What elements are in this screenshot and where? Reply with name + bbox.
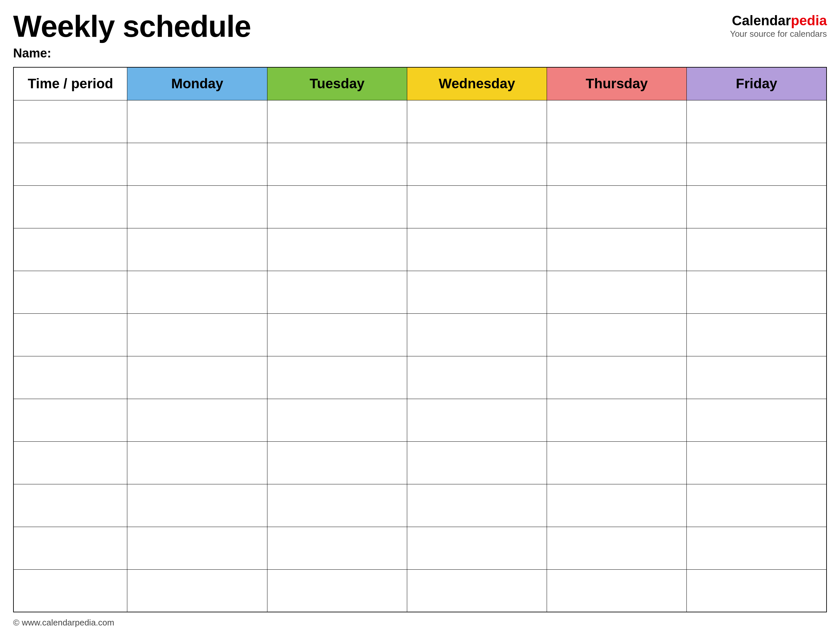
- table-cell[interactable]: [267, 527, 407, 569]
- table-cell[interactable]: [407, 143, 547, 185]
- title-area: Weekly schedule Name:: [13, 10, 730, 60]
- table-cell[interactable]: [687, 313, 827, 356]
- table-cell[interactable]: [267, 143, 407, 185]
- table-cell[interactable]: [13, 441, 127, 484]
- table-cell[interactable]: [407, 313, 547, 356]
- table-cell[interactable]: [127, 271, 267, 313]
- table-cell[interactable]: [127, 228, 267, 271]
- table-row: [13, 399, 827, 441]
- table-cell[interactable]: [13, 399, 127, 441]
- table-cell[interactable]: [13, 569, 127, 612]
- table-cell[interactable]: [407, 228, 547, 271]
- table-cell[interactable]: [547, 569, 687, 612]
- header-cell-time---period: Time / period: [13, 67, 127, 100]
- logo-text: Calendarpedia: [730, 13, 827, 28]
- name-label: Name:: [13, 46, 730, 60]
- table-cell[interactable]: [407, 527, 547, 569]
- table-cell[interactable]: [687, 484, 827, 527]
- table-cell[interactable]: [127, 484, 267, 527]
- footer-url: © www.calendarpedia.com: [13, 618, 114, 628]
- table-cell[interactable]: [687, 100, 827, 143]
- table-row: [13, 185, 827, 228]
- table-cell[interactable]: [407, 569, 547, 612]
- table-cell[interactable]: [127, 100, 267, 143]
- table-cell[interactable]: [687, 527, 827, 569]
- table-cell[interactable]: [547, 399, 687, 441]
- table-cell[interactable]: [407, 356, 547, 399]
- table-row: [13, 569, 827, 612]
- header-cell-tuesday: Tuesday: [267, 67, 407, 100]
- table-cell[interactable]: [687, 569, 827, 612]
- page-title: Weekly schedule: [13, 10, 730, 43]
- table-cell[interactable]: [687, 228, 827, 271]
- table-cell[interactable]: [267, 356, 407, 399]
- table-row: [13, 313, 827, 356]
- table-cell[interactable]: [127, 185, 267, 228]
- table-cell[interactable]: [407, 484, 547, 527]
- table-cell[interactable]: [267, 484, 407, 527]
- table-row: [13, 143, 827, 185]
- table-cell[interactable]: [407, 441, 547, 484]
- header: Weekly schedule Name: Calendarpedia Your…: [13, 10, 827, 60]
- table-cell[interactable]: [547, 271, 687, 313]
- table-cell[interactable]: [267, 569, 407, 612]
- table-cell[interactable]: [13, 484, 127, 527]
- table-cell[interactable]: [267, 228, 407, 271]
- table-cell[interactable]: [127, 356, 267, 399]
- table-cell[interactable]: [13, 313, 127, 356]
- table-cell[interactable]: [547, 228, 687, 271]
- logo-calendar: Calendar: [732, 13, 791, 28]
- table-cell[interactable]: [13, 100, 127, 143]
- table-row: [13, 100, 827, 143]
- table-cell[interactable]: [687, 271, 827, 313]
- table-row: [13, 484, 827, 527]
- table-cell[interactable]: [547, 527, 687, 569]
- table-cell[interactable]: [267, 185, 407, 228]
- table-cell[interactable]: [687, 185, 827, 228]
- table-cell[interactable]: [407, 185, 547, 228]
- table-cell[interactable]: [127, 527, 267, 569]
- table-cell[interactable]: [547, 185, 687, 228]
- header-cell-thursday: Thursday: [547, 67, 687, 100]
- table-cell[interactable]: [547, 356, 687, 399]
- table-cell[interactable]: [267, 100, 407, 143]
- table-cell[interactable]: [13, 271, 127, 313]
- table-cell[interactable]: [407, 399, 547, 441]
- table-row: [13, 527, 827, 569]
- table-cell[interactable]: [267, 313, 407, 356]
- table-cell[interactable]: [127, 143, 267, 185]
- table-row: [13, 271, 827, 313]
- logo-area: Calendarpedia Your source for calendars: [730, 10, 827, 39]
- table-cell[interactable]: [267, 271, 407, 313]
- table-cell[interactable]: [127, 313, 267, 356]
- table-header-row: Time / periodMondayTuesdayWednesdayThurs…: [13, 67, 827, 100]
- table-cell[interactable]: [547, 100, 687, 143]
- table-cell[interactable]: [13, 356, 127, 399]
- table-cell[interactable]: [547, 313, 687, 356]
- table-cell[interactable]: [13, 527, 127, 569]
- table-row: [13, 228, 827, 271]
- table-cell[interactable]: [407, 271, 547, 313]
- table-row: [13, 356, 827, 399]
- table-cell[interactable]: [687, 441, 827, 484]
- table-cell[interactable]: [547, 143, 687, 185]
- table-cell[interactable]: [13, 143, 127, 185]
- table-cell[interactable]: [13, 228, 127, 271]
- table-cell[interactable]: [267, 399, 407, 441]
- table-cell[interactable]: [687, 399, 827, 441]
- footer: © www.calendarpedia.com: [13, 618, 827, 628]
- logo-subtext: Your source for calendars: [730, 29, 827, 39]
- schedule-table: Time / periodMondayTuesdayWednesdayThurs…: [13, 67, 827, 612]
- table-cell[interactable]: [687, 356, 827, 399]
- table-cell[interactable]: [547, 484, 687, 527]
- table-cell[interactable]: [407, 100, 547, 143]
- table-cell[interactable]: [687, 143, 827, 185]
- table-cell[interactable]: [127, 399, 267, 441]
- table-cell[interactable]: [13, 185, 127, 228]
- table-cell[interactable]: [547, 441, 687, 484]
- table-cell[interactable]: [267, 441, 407, 484]
- table-cell[interactable]: [127, 569, 267, 612]
- table-cell[interactable]: [127, 441, 267, 484]
- header-cell-monday: Monday: [127, 67, 267, 100]
- table-row: [13, 441, 827, 484]
